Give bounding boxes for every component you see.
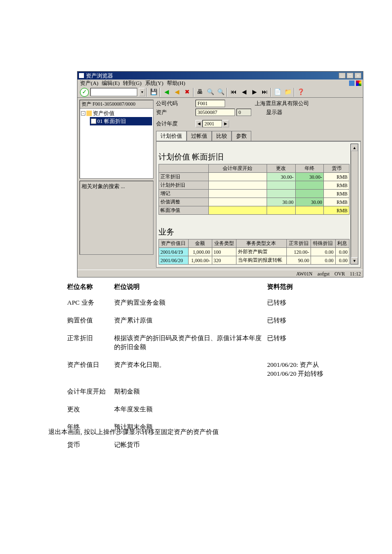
explain-row: 资产价值日资产资本化日期。2001/06/20: 资产从2001/06/20 开… bbox=[67, 360, 324, 378]
next-page-icon[interactable]: ▶ bbox=[250, 88, 259, 97]
command-field[interactable] bbox=[90, 88, 137, 96]
col-change: 更改 bbox=[267, 164, 295, 173]
status-tcode: AW01N bbox=[296, 271, 313, 277]
explain-row: 更改本年度发生额 bbox=[67, 405, 324, 414]
col-ord: 正常折旧 bbox=[286, 239, 311, 248]
maximize-button[interactable]: □ bbox=[347, 73, 353, 79]
asset-sub-field[interactable]: 0 bbox=[236, 109, 251, 116]
find-icon[interactable]: 🔍 bbox=[206, 88, 215, 97]
vertical-scrollbar[interactable]: ▲ ▼ bbox=[351, 144, 358, 265]
company-code-label: 公司代码 bbox=[156, 100, 196, 107]
minimize-button[interactable]: _ bbox=[339, 73, 346, 79]
tab-posted[interactable]: 过帐值 bbox=[187, 131, 212, 141]
tree-root[interactable]: - 资产价值 bbox=[81, 110, 152, 117]
last-page-icon[interactable]: ⏭ bbox=[260, 88, 269, 97]
table-row: 增记RMB bbox=[159, 190, 350, 198]
planned-table: 会计年度开始 更改 年终 货币 正常折旧30.00-30.00-RMB 计划外折… bbox=[158, 164, 350, 215]
find-next-icon[interactable]: 🔍 bbox=[216, 88, 225, 97]
menu-help[interactable]: 帮助(H) bbox=[166, 79, 186, 87]
trans-table: 资产价值日 金额 业务类型 事务类型文本 正常折旧 特殊折旧 利息 2001/0… bbox=[158, 239, 350, 265]
col-example: 资料范例 bbox=[267, 282, 324, 291]
asset-field[interactable]: 30500087 bbox=[196, 109, 235, 116]
grid-tb-icon[interactable] bbox=[158, 219, 166, 226]
menu-goto[interactable]: 转到(G) bbox=[122, 79, 142, 87]
toolbar: ✓ ▾ 💾 ◀ ◀ ✖ 🖶 🔍 🔍 ⏮ ◀ ▶ ⏭ 📄 📁 ❓ bbox=[78, 87, 363, 98]
save-icon[interactable]: 💾 bbox=[149, 88, 158, 97]
cancel-icon[interactable]: ✖ bbox=[183, 88, 192, 97]
separator bbox=[227, 88, 228, 97]
tab-compare[interactable]: 比较 bbox=[212, 131, 232, 141]
col-field-name: 栏位名称 bbox=[67, 282, 114, 291]
sap-asset-browser-window: 资产浏览器 _ □ × 资产(A) 编辑(E) 转到(G) 系统(Y) 帮助(H… bbox=[77, 71, 363, 277]
col-open: 会计年度开始 bbox=[208, 164, 267, 173]
explain-row: 正常折旧根据该资产的折旧码及资产价值日、原值计算本年度的折旧金额已转移 bbox=[67, 334, 324, 352]
fy-next-button[interactable]: ▶ bbox=[222, 120, 229, 127]
asset-name: 显示器 bbox=[266, 109, 282, 116]
tree-item-label: 01 帐面折旧 bbox=[97, 118, 126, 125]
scroll-up-icon[interactable]: ▲ bbox=[351, 144, 358, 151]
menu-system[interactable]: 系统(Y) bbox=[144, 79, 164, 87]
col-amount: 金额 bbox=[188, 239, 212, 248]
col-eoy: 年终 bbox=[295, 164, 324, 173]
command-dropdown[interactable]: ▾ bbox=[139, 88, 145, 96]
shortcut-icon[interactable]: 📁 bbox=[283, 88, 292, 97]
table-row: 正常折旧30.00-30.00-RMB bbox=[159, 173, 350, 181]
tabstrip: 计划价值 过帐值 比较 参数 bbox=[156, 131, 361, 141]
table-row: 帐面净值RMB bbox=[159, 206, 350, 215]
col-field-desc: 栏位说明 bbox=[114, 282, 267, 291]
status-sys: aofgst bbox=[317, 271, 329, 277]
status-time: 11:12 bbox=[350, 271, 361, 277]
separator bbox=[147, 88, 148, 97]
company-code-field[interactable]: F001 bbox=[196, 100, 225, 107]
tree-toggle-icon[interactable]: - bbox=[81, 111, 85, 116]
enter-button[interactable]: ✓ bbox=[80, 88, 89, 97]
explain-row: 会计年度开始期初金额 bbox=[67, 387, 324, 396]
app-icon bbox=[79, 73, 84, 78]
color-wheel-icon bbox=[356, 80, 361, 86]
planned-content: 计划价值 帐面折旧 会计年度开始 更改 年终 货币 正常折旧30.00-30.0… bbox=[156, 141, 361, 268]
search-label[interactable]: 相关对象的搜索 ... bbox=[81, 183, 152, 190]
grid-tb-icon[interactable] bbox=[158, 144, 166, 151]
asset-label: 资产 bbox=[156, 109, 196, 116]
sap-logo-icon bbox=[349, 80, 354, 86]
table-header-row: 资产价值日 金额 业务类型 事务类型文本 正常折旧 特殊折旧 利息 bbox=[159, 239, 350, 248]
statusbar: AW01N aofgst OVR 11:12 bbox=[78, 270, 363, 277]
close-button[interactable]: × bbox=[354, 73, 361, 79]
tree-item-selected[interactable]: 01 帐面折旧 bbox=[90, 117, 152, 125]
col-date: 资产价值日 bbox=[159, 239, 189, 248]
menu-edit[interactable]: 编辑(E) bbox=[101, 79, 120, 87]
help-icon[interactable]: ❓ bbox=[296, 88, 305, 97]
tab-planned[interactable]: 计划价值 bbox=[156, 131, 187, 141]
separator bbox=[271, 88, 272, 97]
grid-toolbar bbox=[158, 144, 350, 151]
tree-root-label: 资产价值 bbox=[93, 110, 115, 117]
table-row: 2001/04/191,000.00100外部资产购置120.00-0.000.… bbox=[159, 248, 350, 256]
col-label bbox=[159, 164, 209, 173]
folder-icon bbox=[86, 111, 92, 116]
window-title: 资产浏览器 bbox=[86, 72, 113, 79]
menubar: 资产(A) 编辑(E) 转到(G) 系统(Y) 帮助(H) bbox=[78, 79, 363, 87]
new-session-icon[interactable]: 📄 bbox=[273, 88, 282, 97]
first-page-icon[interactable]: ⏮ bbox=[229, 88, 238, 97]
explain-row: APC 业务资产购置业务金额已转移 bbox=[67, 298, 324, 307]
footer-note: 退出本画面, 按以上操作步骤显示转移至固定资产的资产价值 bbox=[48, 428, 219, 436]
table-header-row: 会计年度开始 更改 年终 货币 bbox=[159, 164, 350, 173]
col-curr: 货币 bbox=[324, 164, 350, 173]
scroll-down-icon[interactable]: ▼ bbox=[351, 257, 358, 264]
fiscal-year-field[interactable]: 2001 bbox=[202, 120, 222, 127]
explain-row: 购置价值资产累计原值已转移 bbox=[67, 316, 324, 325]
back-icon[interactable]: ◀ bbox=[162, 88, 171, 97]
tab-params[interactable]: 参数 bbox=[232, 131, 251, 141]
col-spec: 特殊折旧 bbox=[311, 239, 335, 248]
prev-page-icon[interactable]: ◀ bbox=[239, 88, 248, 97]
separator bbox=[193, 88, 194, 97]
work-area: 资产 F001-30500087/0000 - 资产价值 01 帐面折旧 相关对… bbox=[78, 98, 363, 270]
exit-icon[interactable]: ◀ bbox=[172, 88, 181, 97]
fy-prev-button[interactable]: ◀ bbox=[196, 120, 202, 127]
print-icon[interactable]: 🖶 bbox=[196, 88, 204, 97]
table-row: 价值调整30.0030.00RMB bbox=[159, 198, 350, 206]
asset-tree: 资产 F001-30500087/0000 - 资产价值 01 帐面折旧 bbox=[79, 100, 154, 179]
menu-asset[interactable]: 资产(A) bbox=[79, 79, 99, 87]
grid-toolbar-2 bbox=[158, 219, 350, 226]
fiscal-year-label: 会计年度 bbox=[156, 120, 196, 127]
